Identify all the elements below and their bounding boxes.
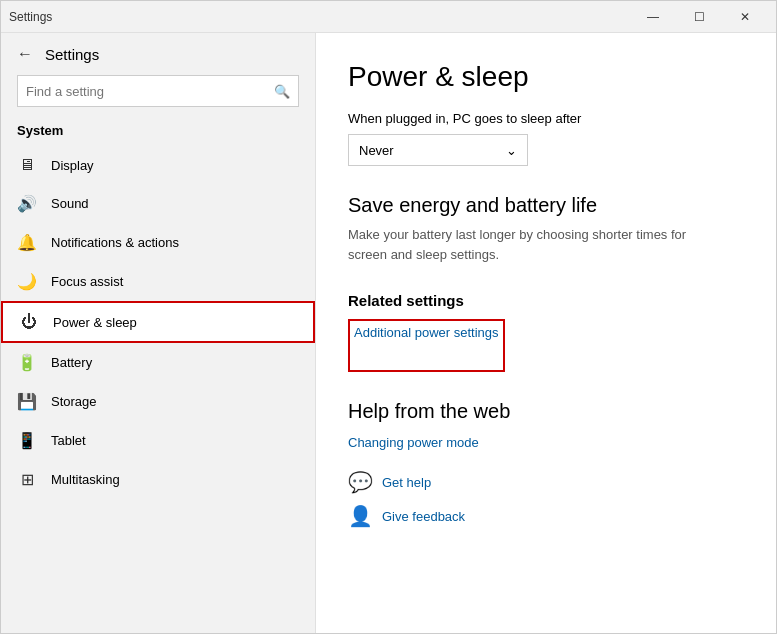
battery-icon: 🔋: [17, 353, 37, 372]
system-label: System: [1, 119, 315, 146]
sidebar-item-notifications-label: Notifications & actions: [51, 235, 179, 250]
sidebar-item-display[interactable]: 🖥 Display: [1, 146, 315, 184]
sidebar-item-display-label: Display: [51, 158, 94, 173]
back-button[interactable]: ←: [17, 45, 33, 63]
chevron-down-icon: ⌄: [506, 143, 517, 158]
related-settings-title: Related settings: [348, 292, 744, 309]
give-feedback-item[interactable]: 👤 Give feedback: [348, 504, 744, 528]
close-button[interactable]: ✕: [722, 1, 768, 33]
sidebar-item-power[interactable]: ⏻ Power & sleep: [1, 301, 315, 343]
main-content: Power & sleep When plugged in, PC goes t…: [316, 33, 776, 633]
display-icon: 🖥: [17, 156, 37, 174]
sidebar-item-power-label: Power & sleep: [53, 315, 137, 330]
dropdown-value: Never: [359, 143, 394, 158]
sidebar-item-storage[interactable]: 💾 Storage: [1, 382, 315, 421]
sidebar-item-notifications[interactable]: 🔔 Notifications & actions: [1, 223, 315, 262]
changing-power-mode-link[interactable]: Changing power mode: [348, 435, 479, 450]
sidebar-item-storage-label: Storage: [51, 394, 97, 409]
focus-icon: 🌙: [17, 272, 37, 291]
storage-icon: 💾: [17, 392, 37, 411]
sound-icon: 🔊: [17, 194, 37, 213]
sidebar-item-focus[interactable]: 🌙 Focus assist: [1, 262, 315, 301]
title-bar: Settings — ☐ ✕: [1, 1, 776, 33]
get-help-item[interactable]: 💬 Get help: [348, 470, 744, 494]
notifications-icon: 🔔: [17, 233, 37, 252]
search-input[interactable]: [26, 84, 274, 99]
app-title: Settings: [45, 46, 99, 63]
additional-power-settings-wrapper: Additional power settings: [348, 319, 505, 372]
multitasking-icon: ⊞: [17, 470, 37, 489]
title-bar-controls: — ☐ ✕: [630, 1, 768, 33]
save-energy-title: Save energy and battery life: [348, 194, 744, 217]
get-help-link[interactable]: Get help: [382, 475, 431, 490]
give-feedback-icon: 👤: [348, 504, 372, 528]
minimize-button[interactable]: —: [630, 1, 676, 33]
sidebar-header: ← Settings: [1, 33, 315, 71]
window-title: Settings: [9, 10, 52, 24]
page-title: Power & sleep: [348, 61, 744, 93]
help-from-web-title: Help from the web: [348, 400, 744, 423]
sidebar-item-sound[interactable]: 🔊 Sound: [1, 184, 315, 223]
additional-power-settings-link[interactable]: Additional power settings: [354, 325, 499, 340]
tablet-icon: 📱: [17, 431, 37, 450]
title-bar-left: Settings: [9, 10, 630, 24]
maximize-button[interactable]: ☐: [676, 1, 722, 33]
sidebar-item-multitasking[interactable]: ⊞ Multitasking: [1, 460, 315, 499]
sleep-label: When plugged in, PC goes to sleep after: [348, 111, 744, 126]
search-box[interactable]: 🔍: [17, 75, 299, 107]
save-energy-desc: Make your battery last longer by choosin…: [348, 225, 728, 264]
content-area: ← Settings 🔍 System 🖥 Display 🔊 Sound 🔔: [1, 33, 776, 633]
give-feedback-link[interactable]: Give feedback: [382, 509, 465, 524]
sidebar-item-tablet-label: Tablet: [51, 433, 86, 448]
search-icon: 🔍: [274, 84, 290, 99]
sidebar-item-battery[interactable]: 🔋 Battery: [1, 343, 315, 382]
power-icon: ⏻: [19, 313, 39, 331]
sidebar-item-tablet[interactable]: 📱 Tablet: [1, 421, 315, 460]
sidebar-item-focus-label: Focus assist: [51, 274, 123, 289]
sleep-dropdown[interactable]: Never ⌄: [348, 134, 528, 166]
sidebar-item-sound-label: Sound: [51, 196, 89, 211]
sidebar: ← Settings 🔍 System 🖥 Display 🔊 Sound 🔔: [1, 33, 316, 633]
sidebar-item-battery-label: Battery: [51, 355, 92, 370]
get-help-icon: 💬: [348, 470, 372, 494]
settings-window: Settings — ☐ ✕ ← Settings 🔍 System 🖥 Dis…: [0, 0, 777, 634]
sidebar-item-multitasking-label: Multitasking: [51, 472, 120, 487]
